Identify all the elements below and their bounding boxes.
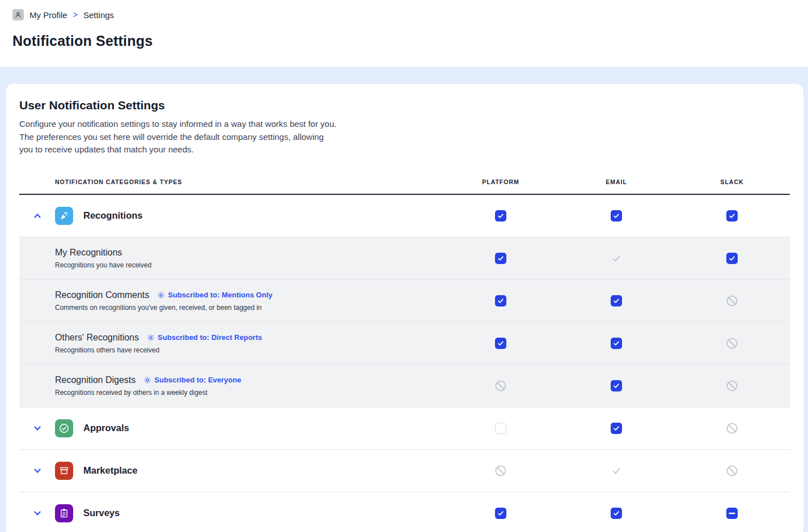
category-row-surveys: Surveys (19, 492, 790, 532)
subscription-link-label: Subscribed to: Direct Reports (158, 333, 262, 342)
platform-cell (443, 295, 559, 307)
table-body: RecognitionsMy RecognitionsRecognitions … (19, 195, 790, 532)
sub-row-description: Recognitions you have received (55, 261, 151, 269)
slack-cell (674, 252, 790, 265)
name-cell: Recognitions (19, 207, 443, 225)
subscription-link-others-recognitions[interactable]: Subscribed to: Direct Reports (147, 333, 262, 342)
platform-cell (443, 252, 559, 265)
party-popper-icon (55, 207, 73, 225)
sub-row-title-line: Recognition CommentsSubscribed to: Menti… (55, 290, 272, 300)
circle-check-icon (55, 419, 73, 437)
slack-cell (674, 507, 790, 520)
platform-cell (443, 380, 559, 392)
category-label: Marketplace (83, 465, 137, 476)
card-description: Configure your notification settings to … (19, 118, 338, 156)
email-cell (559, 337, 674, 350)
category-row-marketplace: Marketplace (19, 450, 790, 492)
sub-row-title-line: Others' RecognitionsSubscribed to: Direc… (55, 333, 262, 343)
header-email: Email (559, 178, 674, 185)
name-cell: Approvals (19, 419, 443, 437)
breadcrumb: My Profile > Settings (12, 9, 808, 20)
checkbox-email-surveys-checked[interactable] (610, 507, 623, 520)
sub-row-label: Recognition Digests (55, 375, 136, 385)
top-header: My Profile > Settings Notification Setti… (0, 0, 808, 67)
email-cell (559, 507, 674, 520)
breadcrumb-settings[interactable]: Settings (83, 10, 114, 20)
checkbox-slack-surveys-indeterminate[interactable] (726, 507, 738, 520)
sub-row-recognition-comments: Recognition CommentsSubscribed to: Menti… (19, 280, 790, 322)
checkbox-email-recognitions-checked[interactable] (610, 210, 623, 222)
sub-row-title-line: Recognition DigestsSubscribed to: Everyo… (55, 375, 241, 385)
sub-row-description: Recognitions received by others in a wee… (55, 389, 208, 397)
chevron-down-icon[interactable] (19, 423, 55, 433)
checkbox-slack-my-recognitions-checked[interactable] (726, 252, 738, 265)
chevron-down-icon[interactable] (19, 466, 55, 476)
category-row-approvals: Approvals (19, 407, 790, 450)
name-cell: Marketplace (19, 462, 443, 480)
email-cell (559, 380, 674, 392)
slack-cell (674, 380, 790, 392)
gear-icon (157, 291, 165, 299)
checkbox-slack-recognition-comments-blocked (726, 295, 738, 307)
name-cell: My RecognitionsRecognitions you have rec… (19, 248, 443, 269)
page-background: User Notification Settings Configure you… (0, 67, 808, 532)
sub-row-description: Comments on recognitions you've given, r… (55, 304, 262, 312)
slack-cell (674, 337, 790, 350)
slack-cell (674, 422, 790, 435)
email-cell (559, 295, 674, 307)
checkbox-slack-others-recognitions-blocked (726, 337, 738, 350)
chevron-up-icon[interactable] (19, 211, 55, 221)
profile-icon (12, 9, 24, 20)
checkbox-slack-recognition-digests-blocked (726, 380, 738, 392)
header-categories: Notification Categories & Types (19, 178, 443, 185)
name-cell: Others' RecognitionsSubscribed to: Direc… (19, 333, 443, 354)
checkbox-email-recognition-digests-checked[interactable] (610, 380, 623, 392)
checkbox-platform-my-recognitions-checked[interactable] (494, 252, 507, 265)
category-label: Recognitions (83, 210, 143, 221)
checkbox-email-approvals-checked[interactable] (610, 422, 623, 435)
storefront-icon (55, 462, 73, 480)
category-row-recognitions: Recognitions (19, 195, 790, 237)
checkbox-email-others-recognitions-checked[interactable] (610, 337, 623, 350)
sub-row-others-recognitions: Others' RecognitionsSubscribed to: Direc… (19, 322, 790, 365)
platform-cell (443, 507, 559, 520)
checkbox-platform-recognitions-checked[interactable] (494, 210, 507, 222)
email-cell (559, 465, 674, 477)
platform-cell (443, 465, 559, 477)
slack-cell (674, 210, 790, 222)
subscription-link-recognition-comments[interactable]: Subscribed to: Mentions Only (157, 291, 272, 299)
email-cell (559, 210, 674, 222)
header-platform: Platform (443, 178, 559, 185)
subscription-link-recognition-digests[interactable]: Subscribed to: Everyone (143, 376, 241, 384)
name-cell: Surveys (19, 504, 443, 522)
checkbox-email-my-recognitions-check-plain (610, 252, 623, 265)
checkbox-platform-recognition-comments-checked[interactable] (494, 295, 507, 307)
breadcrumb-my-profile[interactable]: My Profile (29, 10, 67, 20)
chevron-down-icon[interactable] (19, 508, 55, 518)
checkbox-platform-surveys-checked[interactable] (494, 507, 507, 520)
email-cell (559, 422, 674, 435)
sub-row-my-recognitions: My RecognitionsRecognitions you have rec… (19, 237, 790, 280)
subscription-link-label: Subscribed to: Everyone (154, 376, 241, 384)
sub-row-recognition-digests: Recognition DigestsSubscribed to: Everyo… (19, 365, 790, 407)
platform-cell (443, 422, 559, 435)
sub-row-label: Recognition Comments (55, 290, 149, 300)
name-cell: Recognition CommentsSubscribed to: Menti… (19, 290, 443, 312)
slack-cell (674, 465, 790, 477)
checkbox-email-recognition-comments-checked[interactable] (610, 295, 623, 307)
checkbox-platform-approvals-unchecked[interactable] (494, 422, 507, 435)
platform-cell (443, 210, 559, 222)
checkbox-slack-marketplace-blocked (726, 465, 738, 477)
sub-row-title-line: My Recognitions (55, 248, 122, 258)
checkbox-platform-recognition-digests-blocked (494, 380, 507, 392)
page-title: Notification Settings (12, 33, 808, 49)
checkbox-slack-approvals-blocked (726, 422, 738, 435)
sub-row-description: Recognitions others have received (55, 346, 159, 354)
category-label: Approvals (83, 423, 129, 433)
notification-table: Notification Categories & Types Platform… (19, 170, 790, 532)
checkbox-platform-others-recognitions-checked[interactable] (494, 337, 507, 350)
breadcrumb-separator: > (73, 10, 78, 19)
checkbox-slack-recognitions-checked[interactable] (726, 210, 738, 222)
checkbox-platform-marketplace-blocked (494, 465, 507, 477)
sub-row-label: My Recognitions (55, 248, 122, 258)
